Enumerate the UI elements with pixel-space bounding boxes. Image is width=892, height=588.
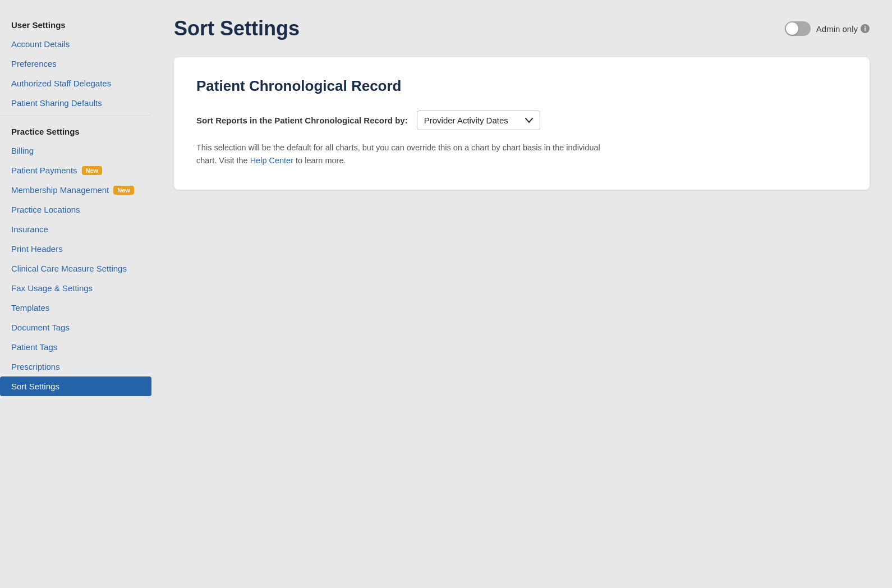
sidebar-item-templates[interactable]: Templates: [0, 298, 151, 318]
sidebar-item-preferences[interactable]: Preferences: [0, 54, 151, 74]
sort-row: Sort Reports in the Patient Chronologica…: [196, 111, 847, 130]
toggle-knob: [786, 22, 798, 35]
sidebar-item-prescriptions[interactable]: Prescriptions: [0, 357, 151, 376]
sidebar-item-clinical-care-measure-settings[interactable]: Clinical Care Measure Settings: [0, 259, 151, 278]
sidebar-item-billing[interactable]: Billing: [0, 141, 151, 160]
sidebar-item-authorized-staff-delegates[interactable]: Authorized Staff Delegates: [0, 74, 151, 93]
admin-info-icon[interactable]: i: [861, 24, 870, 33]
sidebar-item-print-headers[interactable]: Print Headers: [0, 239, 151, 259]
sidebar-item-patient-sharing-defaults[interactable]: Patient Sharing Defaults: [0, 93, 151, 113]
description-part2: to learn more.: [293, 156, 346, 165]
page-layout: User Settings Account DetailsPreferences…: [0, 0, 892, 588]
sidebar-divider: [0, 115, 151, 116]
badge-patient-payments: New: [82, 166, 103, 175]
sidebar-item-sort-settings[interactable]: Sort Settings: [0, 376, 151, 396]
sidebar-item-practice-locations[interactable]: Practice Locations: [0, 200, 151, 219]
page-header: Sort Settings Admin only i: [174, 17, 870, 40]
practice-settings-header: Practice Settings: [0, 118, 151, 141]
sidebar-item-insurance[interactable]: Insurance: [0, 219, 151, 239]
sidebar-item-patient-tags[interactable]: Patient Tags: [0, 337, 151, 357]
help-center-link[interactable]: Help Center: [250, 156, 293, 165]
sidebar-item-fax-usage-settings[interactable]: Fax Usage & Settings: [0, 278, 151, 298]
card-description: This selection will be the default for a…: [196, 141, 606, 167]
admin-only-text: Admin only: [816, 24, 858, 34]
sort-select[interactable]: Provider Activity DatesService DatesDate…: [417, 111, 540, 130]
user-settings-header: User Settings: [0, 11, 151, 34]
main-content: Sort Settings Admin only i Patient Chron…: [151, 0, 892, 588]
sort-settings-card: Patient Chronological Record Sort Report…: [174, 57, 870, 190]
sidebar: User Settings Account DetailsPreferences…: [0, 0, 151, 588]
card-title: Patient Chronological Record: [196, 77, 847, 95]
sidebar-item-document-tags[interactable]: Document Tags: [0, 318, 151, 337]
admin-only-toggle[interactable]: [785, 21, 811, 36]
badge-membership-management: New: [113, 186, 134, 195]
page-title: Sort Settings: [174, 17, 300, 40]
admin-toggle-area: Admin only i: [785, 21, 870, 36]
sort-label: Sort Reports in the Patient Chronologica…: [196, 116, 408, 125]
sidebar-item-patient-payments[interactable]: Patient PaymentsNew: [0, 160, 151, 180]
admin-only-label: Admin only i: [816, 24, 870, 34]
sidebar-item-membership-management[interactable]: Membership ManagementNew: [0, 180, 151, 200]
sidebar-item-account-details[interactable]: Account Details: [0, 34, 151, 54]
